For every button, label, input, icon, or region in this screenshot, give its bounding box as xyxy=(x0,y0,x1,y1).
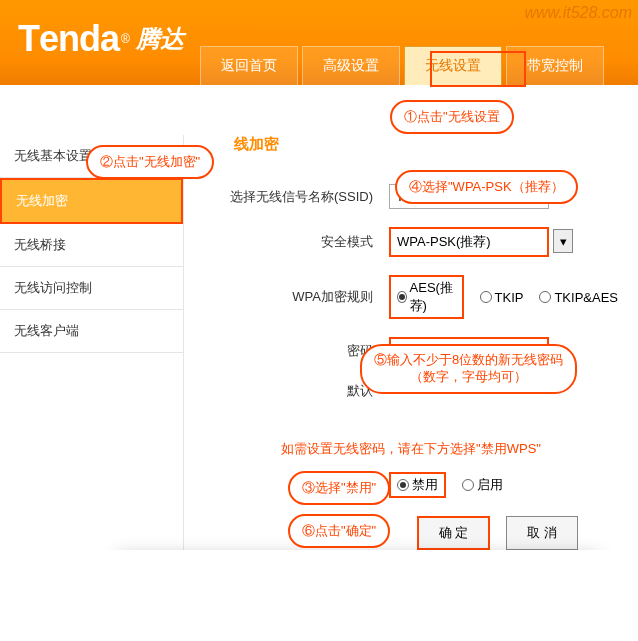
logo-reg-mark: ® xyxy=(121,32,130,46)
tab-wireless[interactable]: 无线设置 xyxy=(404,46,502,85)
label-confirm-password-partial: 默认 xyxy=(204,382,389,400)
ok-button[interactable]: 确 定 xyxy=(417,516,491,550)
tab-bandwidth[interactable]: 带宽控制 xyxy=(506,46,604,85)
logo-cn-text: 腾达 xyxy=(136,23,184,55)
watermark-text: www.it528.com xyxy=(524,4,632,22)
tab-home[interactable]: 返回首页 xyxy=(200,46,298,85)
annotation-5: ⑤输入不少于8位数的新无线密码 （数字，字母均可） xyxy=(360,344,577,394)
security-mode-select[interactable]: WPA‑PSK(推荐) ▾ xyxy=(389,227,549,257)
radio-tkip[interactable]: TKIP xyxy=(480,290,524,305)
sidebar-item-clients[interactable]: 无线客户端 xyxy=(0,310,183,353)
annotation-1: ①点击"无线设置 xyxy=(390,100,514,134)
radio-dot-icon xyxy=(397,291,407,303)
radio-dot-icon xyxy=(539,291,551,303)
cancel-button[interactable]: 取 消 xyxy=(506,516,578,550)
main-tabs: 返回首页 高级设置 无线设置 带宽控制 xyxy=(200,46,604,85)
radio-dot-icon xyxy=(397,479,409,491)
select-arrow-icon[interactable]: ▾ xyxy=(553,229,573,253)
annotation-2: ②点击"无线加密" xyxy=(86,145,214,179)
radio-group-wpa-rule-first: AES(推荐) xyxy=(389,275,464,319)
sidebar-item-encryption[interactable]: 无线加密 xyxy=(0,178,183,224)
radio-wps-enable[interactable]: 启用 xyxy=(462,476,503,494)
annotation-6: ⑥点击"确定" xyxy=(288,514,390,548)
radio-dot-icon xyxy=(462,479,474,491)
tab-advanced[interactable]: 高级设置 xyxy=(302,46,400,85)
label-wpa-rule: WPA加密规则 xyxy=(204,288,389,306)
sidebar-item-access-control[interactable]: 无线访问控制 xyxy=(0,267,183,310)
radio-dot-icon xyxy=(480,291,492,303)
label-ssid: 选择无线信号名称(SSID) xyxy=(204,188,389,206)
logo-brand: Tenda xyxy=(18,18,119,60)
sidebar-item-bridge[interactable]: 无线桥接 xyxy=(0,224,183,267)
radio-group-wps-disable: 禁用 xyxy=(389,472,446,498)
radio-aes[interactable]: AES(推荐) xyxy=(397,279,456,315)
panel-title: 线加密 xyxy=(234,135,618,154)
radio-tkip-aes[interactable]: TKIP&AES xyxy=(539,290,618,305)
label-security-mode: 安全模式 xyxy=(204,233,389,251)
annotation-3: ③选择"禁用" xyxy=(288,471,390,505)
annotation-4: ④选择"WPA-PSK（推荐） xyxy=(395,170,578,204)
sidebar: 无线基本设置 无线加密 无线桥接 无线访问控制 无线客户端 xyxy=(0,135,184,550)
wps-notice: 如需设置无线密码，请在下方选择"禁用WPS" xyxy=(204,440,618,458)
radio-wps-disable[interactable]: 禁用 xyxy=(397,476,438,494)
